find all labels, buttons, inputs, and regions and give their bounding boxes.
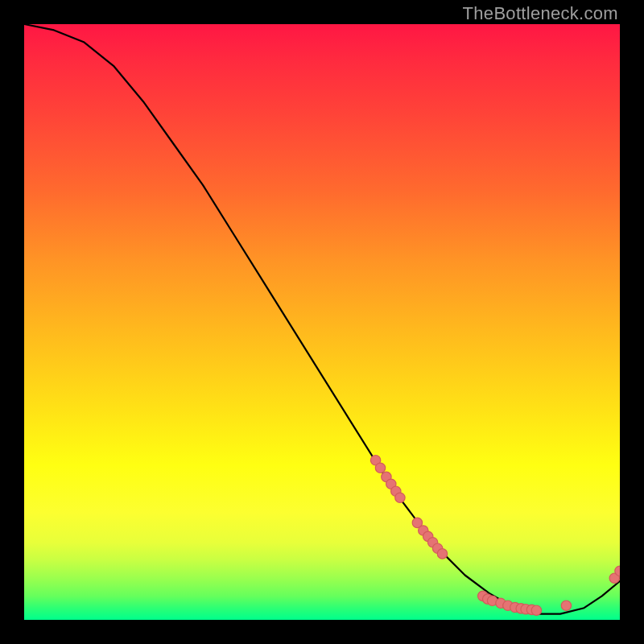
- curve-marker: [487, 596, 497, 605]
- curve-marker: [412, 518, 422, 527]
- curve-marker: [503, 601, 513, 610]
- curve-marker: [561, 601, 571, 610]
- bottleneck-curve: [24, 24, 620, 614]
- curve-marker: [427, 538, 437, 547]
- curve-marker: [395, 493, 405, 502]
- curve-marker: [531, 605, 541, 615]
- curve-marker: [516, 604, 526, 613]
- curve-markers: [370, 456, 620, 616]
- curve-marker: [615, 566, 620, 576]
- curve-marker: [526, 605, 536, 614]
- curve-marker: [432, 543, 442, 553]
- curve-marker: [423, 531, 433, 541]
- curve-marker: [391, 486, 401, 496]
- curve-marker: [370, 456, 380, 465]
- curve-marker: [382, 472, 391, 481]
- chart-frame: TheBottleneck.com: [0, 0, 644, 644]
- curve-marker: [419, 526, 428, 535]
- curve-marker: [437, 549, 447, 559]
- curve-marker: [478, 591, 488, 601]
- curve-marker: [386, 479, 396, 489]
- curve-marker: [510, 602, 520, 612]
- chart-overlay: [24, 24, 620, 620]
- chart-plot-area: [24, 24, 620, 620]
- curve-marker: [483, 594, 493, 604]
- watermark-text: TheBottleneck.com: [463, 3, 618, 24]
- curve-marker: [609, 573, 619, 583]
- curve-marker: [496, 598, 506, 608]
- curve-marker: [521, 605, 530, 614]
- curve-marker: [375, 463, 385, 473]
